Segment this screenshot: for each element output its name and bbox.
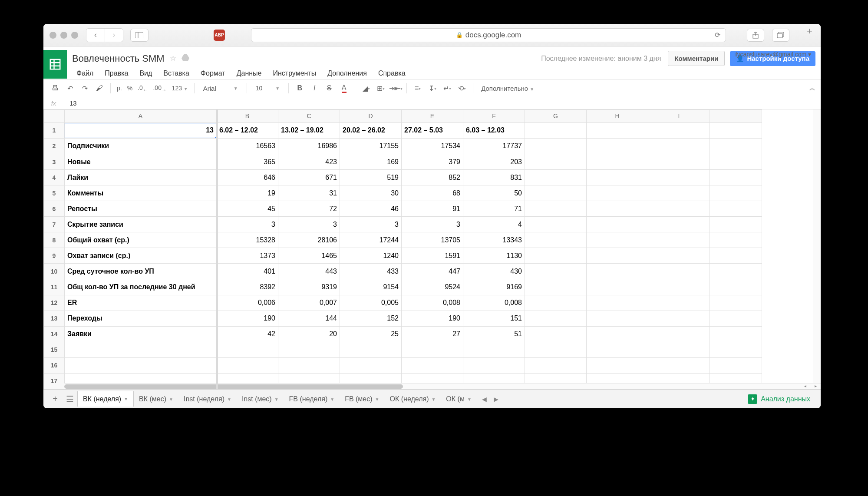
row-header-2[interactable]: 2	[44, 138, 65, 154]
undo-icon[interactable]: ↶	[63, 82, 76, 95]
cell-E12[interactable]: 0,008	[402, 295, 463, 311]
sheet-tab-3[interactable]: Inst (мес)▼	[237, 391, 284, 407]
address-bar[interactable]: 🔒 docs.google.com ⟳	[251, 28, 726, 42]
cell-C2[interactable]: 16986	[278, 138, 340, 154]
row-header-12[interactable]: 12	[44, 295, 65, 311]
cell-F7[interactable]: 4	[463, 217, 525, 232]
cell-E7[interactable]: 3	[402, 217, 463, 232]
cell-D2[interactable]: 17155	[340, 138, 402, 154]
cell-C10[interactable]: 443	[278, 264, 340, 279]
col-header-D[interactable]: D	[340, 110, 402, 123]
cell-A3[interactable]: Новые	[65, 154, 217, 169]
cell-B6[interactable]: 45	[217, 201, 278, 217]
cell-A1[interactable]: 13	[65, 122, 217, 138]
italic-icon[interactable]: I	[308, 82, 321, 95]
fill-color-icon[interactable]: ◢▾	[360, 82, 373, 95]
redo-icon[interactable]: ↷	[78, 82, 91, 95]
col-header-B[interactable]: B	[217, 110, 278, 123]
v-align-icon[interactable]: ↧▾	[426, 82, 439, 95]
sheet-tab-menu-icon[interactable]: ▼	[467, 397, 472, 402]
sheet-tab-1[interactable]: ВК (мес)▼	[134, 391, 178, 407]
cell-A10[interactable]: Сред суточное кол-во УП	[65, 264, 217, 279]
cell-C8[interactable]: 28106	[278, 232, 340, 248]
row-header-17[interactable]: 17	[44, 373, 65, 389]
cell-F2[interactable]: 17737	[463, 138, 525, 154]
text-color-icon[interactable]: A	[337, 82, 350, 95]
cell-D14[interactable]: 25	[340, 326, 402, 342]
col-header-E[interactable]: E	[402, 110, 463, 123]
sheet-tab-menu-icon[interactable]: ▼	[227, 397, 231, 402]
cell-D1[interactable]: 20.02 – 26.02	[340, 122, 402, 138]
sidebar-toggle-button[interactable]	[130, 29, 149, 42]
row-header-16[interactable]: 16	[44, 357, 65, 373]
cell-D3[interactable]: 169	[340, 154, 402, 169]
print-icon[interactable]: 🖶	[49, 82, 62, 95]
cell-F4[interactable]: 831	[463, 170, 525, 185]
move-to-drive-icon[interactable]	[182, 54, 189, 63]
all-sheets-button[interactable]: ☰	[63, 392, 77, 407]
row-header-3[interactable]: 3	[44, 154, 65, 169]
cell-F11[interactable]: 9169	[463, 279, 525, 295]
menu-Данные[interactable]: Данные	[232, 68, 266, 79]
cell-B4[interactable]: 646	[217, 170, 278, 185]
zoom-window-icon[interactable]	[71, 32, 78, 39]
row-header-14[interactable]: 14	[44, 326, 65, 342]
minimize-window-icon[interactable]	[60, 32, 67, 39]
increase-decimal-button[interactable]: .00→	[151, 84, 168, 93]
cell-B10[interactable]: 401	[217, 264, 278, 279]
cell-F13[interactable]: 151	[463, 311, 525, 326]
cell-A12[interactable]: ER	[65, 295, 217, 311]
cell-D10[interactable]: 433	[340, 264, 402, 279]
cell-D7[interactable]: 3	[340, 217, 402, 232]
more-tools-button[interactable]: Дополнительно ▼	[481, 85, 534, 92]
cell-C12[interactable]: 0,007	[278, 295, 340, 311]
cell-E8[interactable]: 13705	[402, 232, 463, 248]
row-header-4[interactable]: 4	[44, 170, 65, 185]
close-window-icon[interactable]	[50, 32, 56, 39]
doc-title[interactable]: Вовлеченность SMM	[72, 53, 165, 64]
col-header-C[interactable]: C	[278, 110, 340, 123]
cell-A4[interactable]: Лайки	[65, 170, 217, 185]
row-header-13[interactable]: 13	[44, 311, 65, 326]
sheet-tab-menu-icon[interactable]: ▼	[431, 397, 436, 402]
cell-C6[interactable]: 72	[278, 201, 340, 217]
user-email[interactable]: ilycapslusarev@gmail.com ▾	[734, 51, 811, 58]
merge-cells-icon[interactable]: ⇥⇤▾	[389, 82, 402, 95]
cell-A5[interactable]: Комменты	[65, 185, 217, 201]
formula-input[interactable]: 13	[64, 99, 77, 107]
currency-format-button[interactable]: р.	[115, 85, 124, 92]
row-header-9[interactable]: 9	[44, 248, 65, 264]
cell-B11[interactable]: 8392	[217, 279, 278, 295]
cell-E2[interactable]: 17534	[402, 138, 463, 154]
star-icon[interactable]: ☆	[170, 54, 176, 63]
freeze-bar-vertical[interactable]	[216, 109, 218, 389]
sheet-tab-menu-icon[interactable]: ▼	[274, 397, 279, 402]
cell-B1[interactable]: 6.02 – 12.02	[217, 122, 278, 138]
col-header-I[interactable]: I	[648, 110, 710, 123]
cell-D11[interactable]: 9154	[340, 279, 402, 295]
row-header-10[interactable]: 10	[44, 264, 65, 279]
row-header-6[interactable]: 6	[44, 201, 65, 217]
cell-C7[interactable]: 3	[278, 217, 340, 232]
strikethrough-icon[interactable]: S	[323, 82, 336, 95]
row-header-7[interactable]: 7	[44, 217, 65, 232]
cell-B9[interactable]: 1373	[217, 248, 278, 264]
vertical-scrollbar[interactable]	[813, 109, 821, 389]
cell-E1[interactable]: 27.02 – 5.03	[402, 122, 463, 138]
text-wrap-icon[interactable]: ↵▾	[441, 82, 454, 95]
abp-extension-icon[interactable]: ABP	[214, 30, 225, 41]
cell-C3[interactable]: 423	[278, 154, 340, 169]
horizontal-scrollbar[interactable]	[64, 383, 813, 389]
cell-C14[interactable]: 20	[278, 326, 340, 342]
collapse-toolbar-icon[interactable]: ︽	[809, 84, 815, 92]
cell-D4[interactable]: 519	[340, 170, 402, 185]
cell-E5[interactable]: 68	[402, 185, 463, 201]
cell-C1[interactable]: 13.02 – 19.02	[278, 122, 340, 138]
new-tab-button[interactable]: +	[800, 24, 815, 39]
cell-E14[interactable]: 27	[402, 326, 463, 342]
cell-B13[interactable]: 190	[217, 311, 278, 326]
menu-Дополнения[interactable]: Дополнения	[323, 68, 371, 79]
cell-B8[interactable]: 15328	[217, 232, 278, 248]
text-rotation-icon[interactable]: ⟲▾	[455, 82, 469, 95]
sheet-tab-menu-icon[interactable]: ▼	[375, 397, 380, 402]
